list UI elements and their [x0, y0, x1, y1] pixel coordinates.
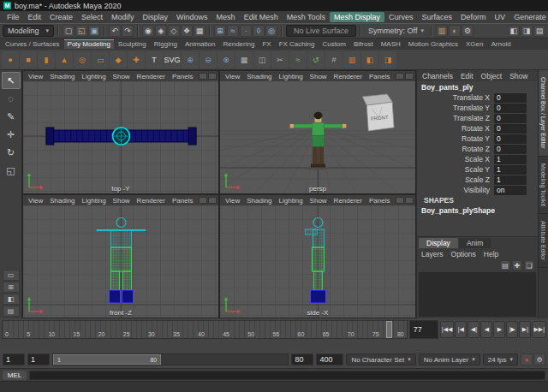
time-slider[interactable]: 05101520253035404550556065707580 [2, 320, 408, 339]
layer-list[interactable] [419, 272, 536, 317]
step-back-key-button[interactable]: ◀| [468, 321, 480, 338]
viewport-menu-item[interactable]: Show [110, 197, 134, 205]
persp-view-canvas[interactable]: FRONT [220, 81, 415, 193]
attribute-label[interactable]: Scale Y [417, 165, 494, 174]
selection-mask-icon[interactable]: ❖ [181, 25, 193, 37]
playback-start-field[interactable]: 1 [27, 353, 50, 365]
poly-cube-icon[interactable]: ■ [20, 51, 37, 68]
viewport-menu-item[interactable]: View [25, 197, 46, 205]
layer-editor-menu-item[interactable]: Help [484, 250, 498, 258]
platonic-solid-icon[interactable]: ✚ [128, 51, 145, 68]
right-panel-tab[interactable]: Channel Box / Layer Editor [539, 70, 548, 157]
current-frame-field[interactable]: 77 [409, 320, 438, 339]
menu-item[interactable]: Deform [456, 12, 491, 22]
symmetry-dropdown[interactable]: Symmetry: Off ▾ [365, 27, 427, 35]
attribute-value-field[interactable]: 0 [494, 145, 527, 154]
right-panel-tab[interactable]: Attribute Editor [539, 214, 548, 268]
open-scene-icon[interactable]: ◱ [75, 25, 87, 37]
step-forward-key-button[interactable]: |▶ [506, 321, 518, 338]
retopo-icon[interactable]: ↺ [307, 51, 325, 68]
attribute-label[interactable]: Translate Z [417, 114, 494, 122]
channel-box-menu-item[interactable]: Channels [422, 72, 453, 80]
viewport-menu-item[interactable]: Lighting [276, 197, 307, 205]
shelf-tab[interactable]: Motion Graphics [405, 39, 462, 49]
command-input[interactable] [29, 371, 545, 380]
attribute-label[interactable]: Translate X [417, 93, 494, 102]
attribute-value-field[interactable]: 0 [494, 93, 527, 103]
menu-item[interactable]: File [3, 12, 24, 22]
scale-tool[interactable]: ◱ [2, 162, 21, 179]
poly-cone-icon[interactable]: ▲ [56, 51, 73, 68]
anim-layer-dropdown[interactable]: No Anim Layer ▾ [419, 353, 480, 365]
undo-icon[interactable]: ↶ [109, 25, 121, 37]
quad-draw-icon[interactable]: # [325, 51, 342, 68]
attribute-label[interactable]: Translate Y [417, 104, 494, 112]
play-backwards-button[interactable]: ◀ [480, 321, 492, 338]
go-to-end-button[interactable]: ▶▶| [532, 321, 546, 338]
viewport-mini-icon[interactable] [208, 197, 217, 204]
shelf-tab[interactable]: Poly Modeling [64, 39, 114, 49]
viewport-menu-item[interactable]: Renderer [134, 197, 169, 205]
move-selected-to-layer-icon[interactable]: ▤ [500, 260, 510, 270]
attribute-label[interactable]: Visibility [417, 186, 494, 194]
attribute-label[interactable]: Scale X [417, 155, 494, 163]
viewport-menu-item[interactable]: Renderer [134, 73, 169, 80]
menu-item[interactable]: Select [77, 12, 107, 22]
menu-item[interactable]: Curves [384, 12, 418, 22]
menu-item[interactable]: Edit Mesh [240, 12, 283, 22]
ipr-render-icon[interactable]: ◐ [449, 25, 461, 37]
svg-tool-icon[interactable]: SVG [164, 51, 181, 68]
single-pane-layout[interactable]: ▭ [3, 270, 20, 281]
viewport-menu-item[interactable]: Panels [366, 197, 393, 205]
new-scene-icon[interactable]: ▢ [63, 25, 74, 37]
current-time-marker[interactable] [386, 321, 392, 338]
poly-sphere-icon[interactable]: ● [2, 51, 19, 68]
attribute-value-field[interactable]: 0 [494, 124, 527, 134]
viewport-mini-icon[interactable] [199, 73, 207, 80]
shelf-tab[interactable]: FX Caching [276, 39, 319, 49]
boolean-union-icon[interactable]: ⊕ [182, 51, 199, 68]
boolean-difference-icon[interactable]: ⊖ [200, 51, 217, 68]
fps-dropdown[interactable]: 24 fps ▾ [483, 353, 518, 365]
menu-item[interactable]: Modify [107, 12, 139, 22]
highlight-selection-icon[interactable]: ▦ [194, 25, 206, 37]
viewport-mini-icon[interactable] [405, 73, 414, 80]
layer-editor-tab[interactable]: Display [419, 238, 458, 248]
create-empty-layer-icon[interactable]: ✚ [512, 260, 522, 270]
viewport-menu-item[interactable]: View [222, 73, 243, 80]
attribute-value-field[interactable]: on [494, 186, 527, 195]
playback-end-field[interactable]: 80 [291, 353, 313, 365]
animation-start-field[interactable]: 1 [3, 353, 25, 365]
snap-to-curve-icon[interactable]: ≈ [227, 25, 239, 37]
move-tool[interactable]: ✛ [2, 126, 21, 143]
show-channel-box-icon[interactable]: ▤ [533, 25, 545, 37]
menu-set-dropdown[interactable]: Modeling ▾ [3, 25, 54, 37]
right-panel-tab[interactable]: Modeling Toolkit [539, 157, 548, 214]
attribute-value-field[interactable]: 0 [494, 114, 527, 123]
range-slider-bar[interactable]: 1 80 [53, 354, 161, 365]
viewport-mini-icon[interactable] [396, 197, 404, 204]
viewport-menu-item[interactable]: View [25, 73, 46, 80]
animation-end-field[interactable]: 400 [316, 353, 343, 365]
poly-plane-icon[interactable]: ▭ [92, 51, 109, 68]
snap-to-grid-icon[interactable]: ⊞ [214, 25, 226, 37]
step-back-frame-button[interactable]: |◀ [455, 321, 467, 338]
snap-to-point-icon[interactable]: ∙ [240, 25, 252, 37]
multi-cut-icon[interactable]: ✂ [271, 51, 289, 68]
layer-editor-menu-item[interactable]: Options [451, 250, 476, 258]
viewport-mini-icon[interactable] [396, 73, 404, 80]
combine-icon[interactable]: ▦ [235, 51, 253, 68]
viewport-menu-item[interactable]: Shading [46, 73, 78, 80]
channel-box-menu-item[interactable]: Show [509, 72, 527, 80]
poly-disc-icon[interactable]: ◆ [110, 51, 127, 68]
select-tool[interactable]: ↖ [2, 72, 21, 89]
attribute-label[interactable]: Rotate X [417, 124, 494, 133]
select-object-icon[interactable]: ◈ [155, 25, 167, 37]
viewport-menu-item[interactable]: Shading [243, 197, 275, 205]
viewport-menu-item[interactable]: Panels [366, 73, 393, 80]
render-frame-icon[interactable]: ▥ [436, 25, 448, 37]
viewport-menu-item[interactable]: Shading [243, 73, 275, 80]
attribute-label[interactable]: Rotate Z [417, 145, 494, 153]
go-to-start-button[interactable]: |◀◀ [440, 321, 455, 338]
bevel-icon[interactable]: ◧ [361, 51, 378, 68]
